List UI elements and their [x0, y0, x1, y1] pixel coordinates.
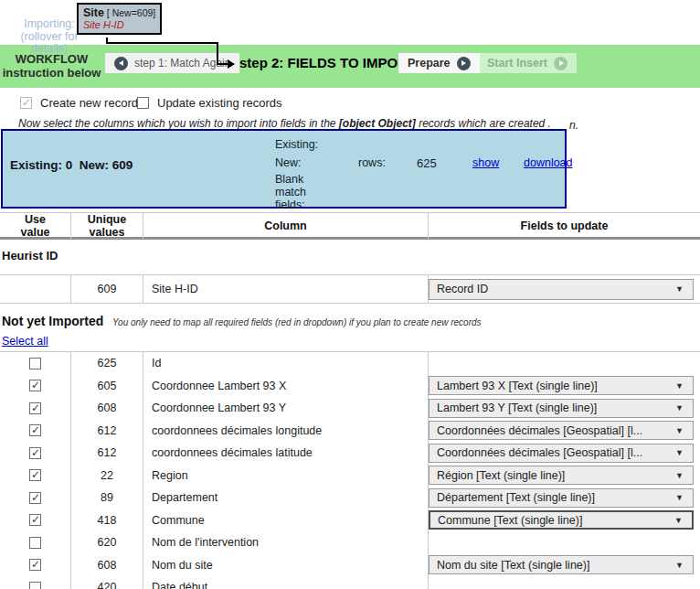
row-count: 608	[71, 554, 143, 577]
heurist-id-section-title: Heurist ID	[2, 249, 58, 262]
chevron-down-icon: ▼	[675, 471, 684, 480]
header-use-value: Use value	[0, 213, 71, 239]
header-fields-to-update: Fields to update	[429, 213, 700, 239]
field-dropdown-value: Lambert 93 Y [Text (single line)]	[437, 402, 597, 414]
chevron-down-icon: ▼	[675, 381, 684, 391]
field-dropdown[interactable]: Lambert 93 Y [Text (single line)] ▼	[429, 399, 694, 418]
field-dropdown[interactable]: Commune [Text (single line)] ▼	[429, 510, 694, 530]
row-column-name: Region	[143, 465, 429, 487]
create-new-records-label: Create new records	[40, 96, 143, 110]
row-count: 612	[71, 442, 143, 465]
chevron-down-icon: ▼	[675, 284, 684, 294]
record-id-dropdown[interactable]: Record ID ▼	[429, 279, 694, 300]
row-checkbox[interactable]	[29, 559, 41, 571]
field-dropdown[interactable]: Coordonnées décimales [Geospatial] [l...…	[429, 444, 694, 463]
row-checkbox[interactable]	[29, 469, 41, 481]
row-column-name: coordonnees décimales latitude	[143, 442, 429, 465]
row-count: 605	[71, 375, 143, 398]
table-row: 608 Coordonnee Lambert 93 Y Lambert 93 Y…	[0, 397, 700, 420]
table-row: 420 Date début	[0, 576, 700, 589]
row-checkbox[interactable]	[29, 447, 41, 459]
update-existing-records-label: Update existing records	[157, 96, 282, 110]
connector-line	[217, 42, 218, 65]
select-all-link[interactable]: Select all	[2, 335, 48, 348]
prepare-button[interactable]: Prepare	[398, 53, 480, 73]
chevron-down-icon: ▼	[675, 426, 684, 435]
row-count: 22	[71, 465, 143, 487]
not-imported-table: 625 Id 605 Coordonnee Lambert 93 X Lambe…	[0, 351, 700, 589]
header-column: Column	[143, 213, 429, 239]
chevron-down-icon: ▼	[674, 516, 683, 525]
tooltip-title: Site	[83, 6, 104, 19]
row-column-name: coordonnees décimales longitude	[143, 420, 429, 443]
row-column-name: Departement	[143, 487, 429, 509]
import-mapping-page: Importing: (rollover for details) WORKFL…	[0, 0, 700, 589]
row-count: 89	[71, 487, 143, 509]
field-dropdown[interactable]: Coordonnées décimales [Geospatial] [l...…	[429, 421, 694, 440]
row-column-name: Commune	[143, 509, 429, 532]
rows-count: 625	[417, 156, 437, 170]
field-dropdown-value: Commune [Text (single line)]	[438, 514, 582, 527]
row-checkbox[interactable]	[29, 514, 41, 526]
row-count: 608	[71, 397, 143, 420]
arrow-right-circle-icon	[457, 57, 471, 70]
import-summary-box: Existing: 0 New: 609 Existing: New: Blan…	[1, 129, 567, 209]
existing-label: Existing:	[275, 138, 318, 151]
table-row: 612 coordonnees décimales longitude Coor…	[0, 420, 700, 443]
record-type-tooltip: Site [ New=609] Site H-ID	[77, 3, 162, 35]
connector-line	[106, 42, 218, 44]
row-checkbox[interactable]	[29, 424, 41, 436]
field-dropdown[interactable]: Lambert 93 X [Text (single line)] ▼	[429, 376, 694, 395]
row-checkbox[interactable]	[29, 582, 41, 589]
row-checkbox[interactable]	[29, 402, 41, 414]
field-dropdown[interactable]: Nom du site [Text (single line)] ▼	[429, 555, 694, 574]
blank-match-fields-label: Blank	[275, 173, 303, 186]
show-link[interactable]: show	[472, 156, 499, 169]
header-unique-values: Unique values	[71, 213, 143, 239]
row-column-name: Coordonnee Lambert 93 X	[143, 375, 429, 398]
field-dropdown-value: Lambert 93 X [Text (single line)]	[437, 380, 598, 392]
row-count: 418	[71, 509, 143, 532]
rows-label: rows:	[358, 156, 386, 169]
chevron-down-icon: ▼	[675, 561, 684, 570]
update-existing-records-checkbox[interactable]	[137, 97, 149, 109]
obscured-text-fragment: n.	[569, 119, 578, 132]
not-yet-imported-note: You only need to map all required fields…	[112, 317, 482, 327]
row-column-name: Coordonnee Lambert 93 Y	[143, 397, 429, 420]
connector-line	[217, 63, 228, 65]
row-column-name: Id	[143, 352, 429, 375]
table-row: 612 coordonnees décimales latitude Coord…	[0, 442, 700, 465]
download-link[interactable]: download	[524, 156, 573, 169]
field-dropdown[interactable]: Département [Text (single line)] ▼	[429, 488, 694, 508]
row-checkbox[interactable]	[29, 380, 41, 391]
table-row: 620 Nom de l'intervention	[0, 531, 700, 554]
table-row: 89 Departement Département [Text (single…	[0, 487, 700, 509]
table-row: 605 Coordonnee Lambert 93 X Lambert 93 X…	[0, 375, 700, 398]
row-count: 620	[71, 531, 143, 554]
field-dropdown-value: Région [Text (single line)]	[437, 469, 565, 482]
table-row: 22 Region Région [Text (single line)] ▼	[0, 465, 700, 487]
row-count: 625	[71, 352, 143, 375]
field-dropdown-value: Coordonnées décimales [Geospatial] [l...	[437, 424, 642, 437]
chevron-down-icon: ▼	[675, 493, 684, 502]
row-checkbox[interactable]	[29, 358, 41, 369]
tooltip-count: [ New=609]	[104, 7, 155, 18]
create-new-records-checkbox[interactable]	[20, 97, 32, 109]
table-row: 625 Id	[0, 352, 700, 375]
row-count: 612	[71, 420, 143, 443]
field-dropdown-value: Nom du site [Text (single line)]	[437, 559, 589, 572]
chevron-down-icon: ▼	[675, 448, 684, 457]
workflow-label: WORKFLOW instruction below	[0, 52, 103, 80]
heurist-row-count: 609	[71, 275, 143, 303]
row-column-name: Date début	[143, 576, 429, 589]
heurist-row-column-name: Site H-ID	[143, 275, 429, 303]
field-dropdown[interactable]: Région [Text (single line)] ▼	[429, 466, 694, 485]
field-dropdown-value: Département [Text (single line)]	[437, 491, 595, 504]
row-checkbox[interactable]	[29, 492, 41, 504]
row-column-name: Nom de l'intervention	[143, 531, 429, 554]
row-checkbox[interactable]	[29, 537, 41, 549]
row-column-name: Nom du site	[143, 554, 429, 577]
step2-title: step 2: FIELDS TO IMPORT	[239, 55, 416, 70]
connector-arrowhead	[228, 59, 235, 69]
row-count: 420	[71, 576, 143, 589]
